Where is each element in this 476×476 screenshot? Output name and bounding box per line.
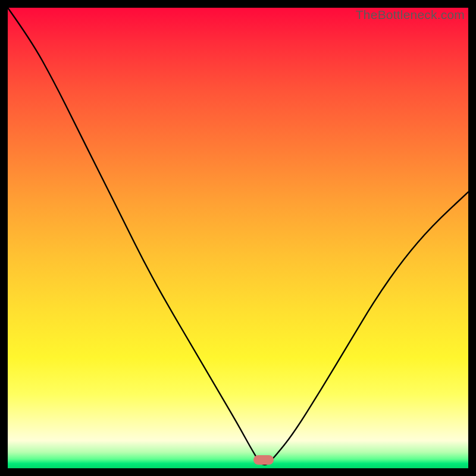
watermark-text: TheBottleneck.com [356, 8, 465, 22]
bottleneck-curve [8, 8, 468, 468]
optimum-marker [253, 455, 274, 465]
chart-frame: TheBottleneck.com [8, 8, 468, 468]
